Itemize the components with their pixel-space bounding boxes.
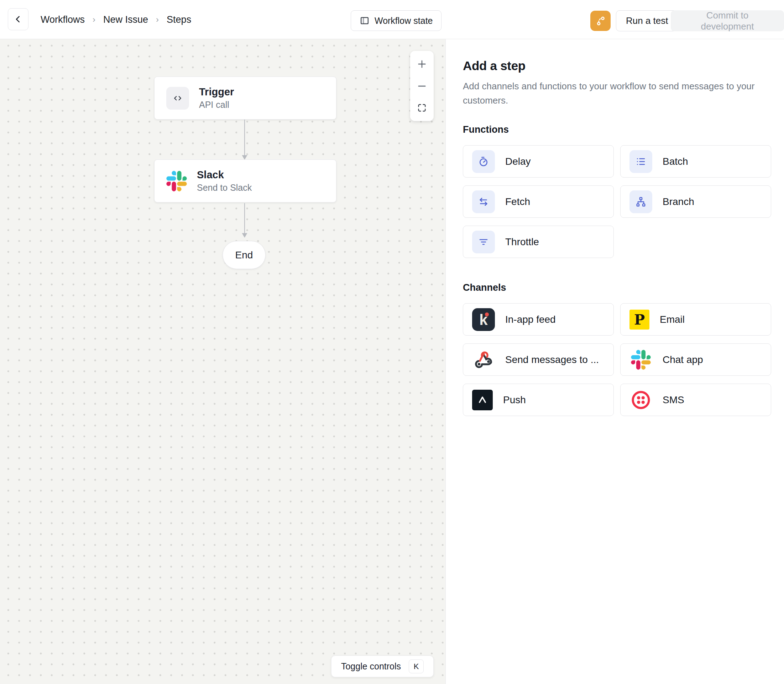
knock-icon: k [472, 308, 495, 331]
panel-description: Add channels and functions to your workf… [463, 79, 771, 108]
function-card-fetch[interactable]: Fetch [463, 186, 614, 218]
panel-left-icon [360, 16, 370, 26]
functions-grid: Delay Batch Fetch [463, 145, 771, 258]
slack-icon [629, 348, 652, 371]
timer-icon [472, 150, 495, 173]
channel-card-sms[interactable]: SMS [620, 384, 771, 416]
commit-label: Commit to development [681, 10, 774, 32]
section-title-functions: Functions [463, 124, 771, 135]
slack-node[interactable]: Slack Send to Slack [154, 160, 336, 203]
back-button[interactable] [8, 8, 29, 30]
git-branch-button[interactable] [590, 11, 611, 31]
fit-view-button[interactable] [410, 97, 434, 119]
channel-card-send-messages[interactable]: Send messages to ... [463, 344, 614, 376]
hierarchy-icon [629, 190, 652, 213]
breadcrumb: Workflows › New Issue › Steps [40, 0, 191, 39]
code-icon [166, 87, 189, 110]
add-step-panel: Add a step Add channels and functions to… [446, 39, 784, 684]
channel-card-email[interactable]: P Email [620, 303, 771, 336]
end-node[interactable]: End [223, 241, 266, 269]
toggle-controls-button[interactable]: Toggle controls K [331, 655, 434, 677]
minus-icon [417, 81, 427, 92]
zoom-in-button[interactable] [410, 53, 434, 75]
node-title: Slack [197, 169, 252, 181]
channels-grid: k In-app feed P Email [463, 303, 771, 416]
workflow-state-label: Workflow state [375, 16, 433, 26]
node-title: Trigger [199, 86, 234, 98]
filter-icon [472, 231, 495, 253]
channel-card-in-app-feed[interactable]: k In-app feed [463, 303, 614, 336]
run-test-button[interactable]: Run a test [616, 10, 678, 31]
postmark-icon: P [629, 310, 650, 329]
node-subtitle: API call [199, 100, 234, 110]
run-test-label: Run a test [626, 15, 668, 26]
breadcrumb-separator: › [156, 15, 159, 24]
arrows-left-right-icon [472, 190, 495, 213]
breadcrumb-item-new-issue[interactable]: New Issue [103, 14, 148, 25]
list-icon [629, 150, 652, 173]
topbar: Workflows › New Issue › Steps Workflow s… [0, 0, 784, 39]
workflow-canvas[interactable]: Trigger API call Slack Send to Slack [0, 39, 445, 684]
webhook-icon [472, 348, 495, 371]
chevron-left-icon [13, 15, 23, 24]
breadcrumb-item-workflows[interactable]: Workflows [40, 14, 85, 25]
function-card-throttle[interactable]: Throttle [463, 226, 614, 258]
breadcrumb-separator: › [92, 15, 95, 24]
plus-icon [417, 59, 427, 69]
node-subtitle: Send to Slack [197, 182, 252, 193]
workflow-editor: Workflows › New Issue › Steps Workflow s… [0, 0, 784, 684]
function-card-batch[interactable]: Batch [620, 145, 771, 177]
fit-view-icon [417, 103, 427, 113]
breadcrumb-item-steps[interactable]: Steps [166, 14, 191, 25]
workflow-state-button[interactable]: Workflow state [351, 10, 441, 31]
twilio-icon [629, 389, 652, 411]
channel-card-push[interactable]: Push [463, 384, 614, 416]
connector-arrow [240, 203, 249, 239]
expo-icon [472, 390, 493, 410]
toggle-controls-label: Toggle controls [341, 661, 401, 671]
panel-title: Add a step [463, 59, 771, 73]
section-title-channels: Channels [463, 282, 771, 293]
end-label: End [235, 250, 253, 261]
zoom-controls [410, 51, 434, 121]
commit-to-development-button[interactable]: Commit to development [671, 10, 784, 31]
keyboard-key-k: K [409, 660, 424, 673]
zoom-out-button[interactable] [410, 75, 434, 97]
connector-arrow [240, 119, 249, 161]
slack-icon [166, 171, 187, 192]
function-card-branch[interactable]: Branch [620, 186, 771, 218]
function-card-delay[interactable]: Delay [463, 145, 614, 177]
channel-card-chat-app[interactable]: Chat app [620, 344, 771, 376]
git-branch-icon [595, 15, 606, 27]
trigger-node[interactable]: Trigger API call [154, 76, 336, 119]
